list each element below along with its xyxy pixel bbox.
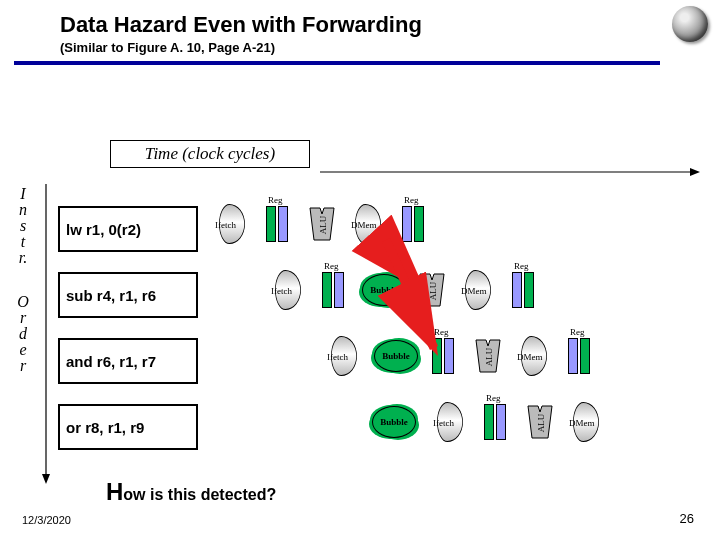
pipe-row-and: Ifetch Bubble Reg ALU DMem Reg [324,338,352,374]
reg-read-icon [322,272,352,308]
slide-subtitle: (Similar to Figure A. 10, Page A-21) [0,40,720,61]
svg-marker-3 [42,474,50,484]
slide-date: 12/3/2020 [22,514,71,526]
reg-write-icon [568,338,598,374]
vaxis-instr-label: Instr. [16,186,30,266]
instr-sub: sub r4, r1, r6 [58,272,198,318]
slide-number: 26 [680,511,694,526]
title-underline [14,61,660,65]
alu-icon: ALU [308,206,336,242]
reg-write-icon [512,272,542,308]
reg-write-icon [402,206,432,242]
order-axis-arrow [40,184,52,484]
bubble-icon: Bubble [374,340,418,372]
pipe-row-or: Bubble Ifetch Reg ALU DMem [372,404,400,440]
bubble-icon: Bubble [372,406,416,438]
time-axis-label: Time (clock cycles) [110,140,310,168]
university-seal-icon [672,6,708,42]
alu-icon: ALU [418,272,446,308]
detected-question: How is this detected? [106,478,276,506]
pipe-row-sub: Ifetch Reg Bubble ALU DMem Reg [268,272,296,308]
alu-icon: ALU [474,338,502,374]
instr-or: or r8, r1, r9 [58,404,198,450]
vaxis-order-label: Order [16,294,30,374]
time-axis-arrow [320,166,700,178]
bubble-icon: Bubble [362,274,406,306]
slide-title: Data Hazard Even with Forwarding [0,0,720,40]
alu-icon: ALU [526,404,554,440]
instr-lw: lw r1, 0(r2) [58,206,198,252]
pipe-row-lw: Ifetch Reg ALU DMem Reg [212,206,240,242]
reg-read-icon [266,206,296,242]
reg-read-icon [432,338,462,374]
svg-marker-1 [690,168,700,176]
instr-and: and r6, r1, r7 [58,338,198,384]
reg-read-icon [484,404,514,440]
forwarding-arrows [0,0,720,540]
